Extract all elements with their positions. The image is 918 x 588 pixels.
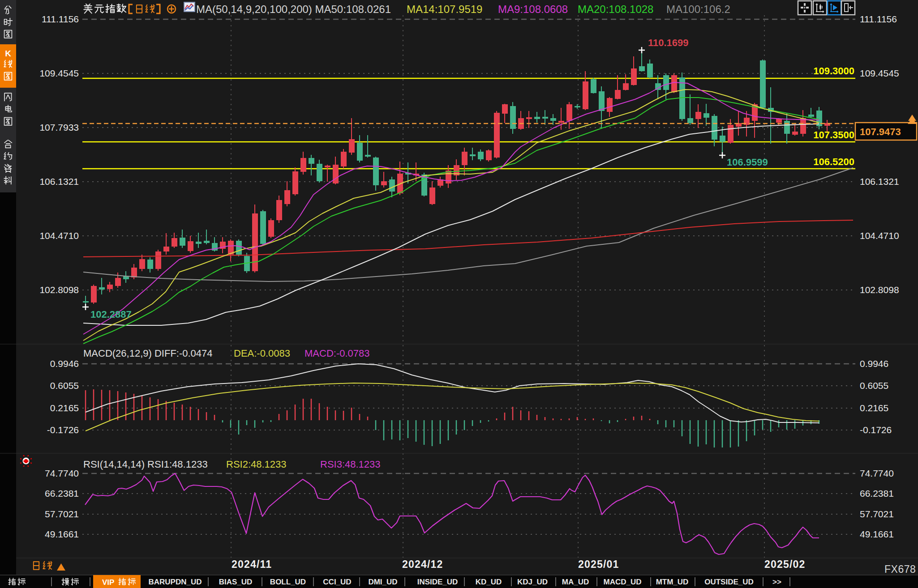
- svg-text:109.3000: 109.3000: [813, 65, 854, 77]
- svg-text:MA_UD: MA_UD: [562, 578, 589, 586]
- svg-text:BOLL_UD: BOLL_UD: [270, 578, 306, 586]
- svg-text:MACD:-0.0783: MACD:-0.0783: [305, 348, 370, 359]
- svg-text:BIAS_UD: BIAS_UD: [219, 578, 253, 586]
- svg-text:FX678: FX678: [884, 563, 916, 575]
- svg-text:111.1156: 111.1156: [42, 14, 79, 24]
- svg-text:0.6055: 0.6055: [860, 380, 888, 391]
- svg-text:RSI2:48.1233: RSI2:48.1233: [226, 459, 287, 470]
- svg-text:-0.1726: -0.1726: [47, 425, 79, 435]
- svg-text:KD_UD: KD_UD: [476, 578, 502, 586]
- svg-text:2024/12: 2024/12: [402, 558, 443, 570]
- svg-text:DEA:-0.0083: DEA:-0.0083: [234, 348, 290, 359]
- svg-text:2025/02: 2025/02: [764, 558, 806, 570]
- svg-text:MACD(26,12,9) DIFF:-0.0474: MACD(26,12,9) DIFF:-0.0474: [83, 348, 213, 359]
- svg-text:57.7021: 57.7021: [860, 509, 894, 519]
- svg-text:>>: >>: [772, 578, 781, 586]
- svg-text:109.4545: 109.4545: [860, 68, 899, 78]
- svg-text:66.2381: 66.2381: [45, 488, 79, 499]
- svg-text:DMI_UD: DMI_UD: [368, 578, 397, 586]
- svg-text:MACD_UD: MACD_UD: [604, 578, 642, 586]
- svg-text:106.1321: 106.1321: [39, 176, 79, 187]
- svg-text:K: K: [5, 49, 11, 58]
- svg-text:0.6055: 0.6055: [50, 380, 79, 391]
- svg-text:KDJ_UD: KDJ_UD: [517, 578, 548, 586]
- svg-text:2024/11: 2024/11: [232, 558, 272, 570]
- svg-text:104.4710: 104.4710: [860, 230, 899, 241]
- svg-text:2025/01: 2025/01: [578, 558, 619, 570]
- svg-text:49.1661: 49.1661: [45, 529, 79, 539]
- svg-text:49.1661: 49.1661: [860, 529, 894, 539]
- svg-text:0.2165: 0.2165: [50, 403, 79, 413]
- svg-text:107.9473: 107.9473: [860, 126, 901, 137]
- svg-text:RSI(14,14,14) RSI1:48.1233: RSI(14,14,14) RSI1:48.1233: [83, 459, 208, 470]
- svg-text:VIP: VIP: [102, 578, 114, 587]
- svg-text:OUTSIDE_UD: OUTSIDE_UD: [704, 578, 754, 586]
- svg-text:57.7021: 57.7021: [45, 509, 79, 519]
- svg-text:107.7933: 107.7933: [39, 122, 79, 132]
- svg-text:104.4710: 104.4710: [39, 230, 79, 241]
- svg-text:74.7740: 74.7740: [45, 468, 79, 478]
- svg-text:66.2381: 66.2381: [860, 488, 894, 499]
- svg-text:0.9946: 0.9946: [860, 358, 888, 369]
- svg-text:MA20:108.1028: MA20:108.1028: [578, 3, 653, 15]
- svg-text:MA9:108.0608: MA9:108.0608: [498, 3, 568, 15]
- svg-text:0.2165: 0.2165: [860, 403, 888, 413]
- svg-text:MA100:106.2: MA100:106.2: [666, 3, 730, 15]
- svg-text:MA(50,14,9,20,100,200) MA50:10: MA(50,14,9,20,100,200) MA50:108.0261: [196, 3, 391, 15]
- svg-text:0.9946: 0.9946: [50, 358, 79, 369]
- svg-text:109.4545: 109.4545: [39, 68, 79, 78]
- svg-text:74.7740: 74.7740: [860, 468, 894, 478]
- svg-text:CCI_UD: CCI_UD: [323, 578, 351, 586]
- svg-text:110.1699: 110.1699: [648, 37, 689, 48]
- svg-text:-0.1726: -0.1726: [860, 425, 892, 435]
- svg-text:INSIDE_UD: INSIDE_UD: [417, 578, 458, 586]
- svg-text:106.5200: 106.5200: [813, 156, 854, 167]
- svg-text:RSI3:48.1233: RSI3:48.1233: [320, 459, 381, 470]
- svg-text:MTM_UD: MTM_UD: [656, 578, 689, 586]
- svg-text:106.9599: 106.9599: [727, 157, 768, 168]
- svg-text:BARUPDN_UD: BARUPDN_UD: [148, 578, 202, 586]
- svg-text:107.3500: 107.3500: [813, 129, 854, 141]
- svg-text:102.8098: 102.8098: [860, 285, 899, 295]
- svg-text:111.1156: 111.1156: [860, 14, 897, 24]
- svg-text:MA14:107.9519: MA14:107.9519: [407, 3, 482, 15]
- svg-text:106.1321: 106.1321: [860, 176, 899, 187]
- svg-text:102.2887: 102.2887: [90, 309, 132, 320]
- svg-text:102.8098: 102.8098: [39, 285, 79, 295]
